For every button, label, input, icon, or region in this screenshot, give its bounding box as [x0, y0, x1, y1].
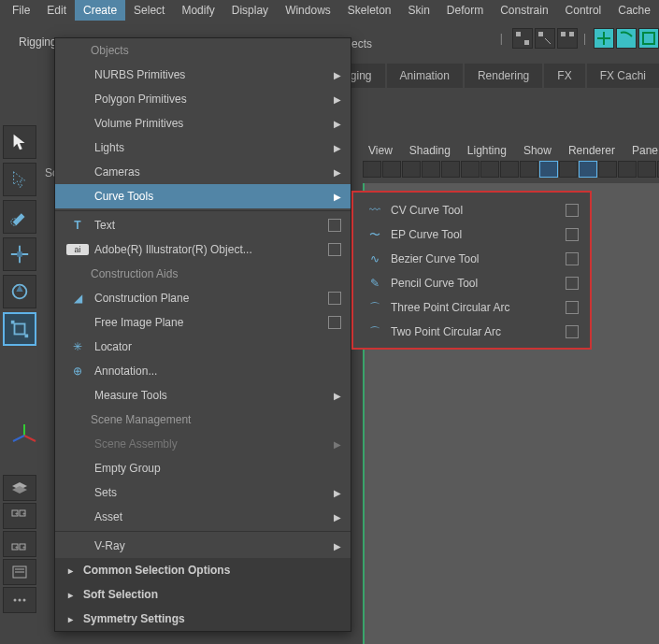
viewport-icon[interactable]	[363, 161, 381, 178]
menu-item-free-image-plane[interactable]: Free Image Plane	[55, 310, 351, 335]
menu-item-annotation[interactable]: ⊕Annotation...	[55, 359, 351, 383]
menu-skeleton[interactable]: Skeleton	[339, 0, 400, 21]
submenu-ep-curve-tool[interactable]: 〜EP Curve Tool	[355, 222, 588, 247]
options-box-icon[interactable]	[566, 228, 579, 241]
options-box-icon[interactable]	[566, 204, 579, 217]
options-box-icon[interactable]	[566, 277, 579, 290]
tab-rendering[interactable]: Rendering	[465, 64, 542, 88]
mini-icon-add-top[interactable]: ++	[3, 503, 36, 529]
viewport-menu-shading[interactable]: Shading	[404, 141, 456, 160]
move-tool-icon[interactable]	[3, 237, 36, 271]
viewport-menu-renderer[interactable]: Renderer	[563, 141, 621, 160]
viewport-icon[interactable]	[402, 161, 421, 178]
submenu-bezier-curve-tool[interactable]: ∿Bezier Curve Tool	[355, 247, 588, 271]
viewport-icon[interactable]	[638, 161, 656, 178]
options-box-icon[interactable]	[566, 301, 579, 314]
viewport-icon[interactable]	[480, 161, 499, 178]
menu-control[interactable]: Control	[557, 0, 610, 21]
viewport-icon[interactable]	[520, 161, 538, 178]
tab-animation[interactable]: Animation	[387, 64, 463, 88]
submenu-three-point-arc[interactable]: ⌒Three Point Circular Arc	[355, 295, 588, 320]
menu-item-illustrator-object[interactable]: aiAdobe(R) Illustrator(R) Object...	[55, 237, 351, 262]
menu-item-vray[interactable]: V-Ray▶	[55, 534, 351, 558]
viewport-icon[interactable]	[598, 161, 617, 178]
paint-select-icon[interactable]	[3, 200, 36, 234]
viewport-icon[interactable]	[618, 161, 637, 178]
viewport-icon[interactable]	[422, 161, 440, 178]
lasso-tool-icon[interactable]	[3, 163, 36, 196]
select-tool-icon[interactable]	[3, 125, 36, 159]
menu-item-curve-tools[interactable]: Curve Tools▶	[55, 184, 351, 208]
menu-modify[interactable]: Modify	[173, 0, 222, 21]
menu-create[interactable]: Create	[75, 0, 125, 21]
viewport-icon[interactable]	[559, 161, 578, 178]
viewport-icon[interactable]	[461, 161, 480, 178]
viewport-icon[interactable]	[382, 161, 401, 178]
svg-rect-3	[561, 32, 566, 36]
menu-cache[interactable]: Cache	[609, 0, 659, 21]
menu-item-nurbs-primitives[interactable]: NURBS Primitives▶	[55, 63, 351, 87]
submenu-cv-curve-tool[interactable]: 〰CV Curve Tool	[355, 198, 588, 222]
options-box-icon[interactable]	[328, 316, 341, 329]
menu-item-measure-tools[interactable]: Measure Tools▶	[55, 383, 351, 408]
footer-symmetry-settings[interactable]: ▸Symmetry Settings	[55, 607, 351, 631]
menu-item-text[interactable]: TText	[55, 213, 351, 237]
viewport-icon[interactable]	[500, 161, 519, 178]
mini-icon-layers[interactable]	[3, 475, 36, 501]
options-box-icon[interactable]	[328, 219, 341, 232]
menu-item-cameras[interactable]: Cameras▶	[55, 160, 351, 184]
menu-item-locator[interactable]: ✳Locator	[55, 335, 351, 359]
viewport-icon[interactable]	[539, 161, 558, 178]
scale-tool-icon[interactable]	[3, 312, 36, 346]
snap-icon-2[interactable]	[535, 28, 555, 49]
menu-item-empty-group[interactable]: Empty Group	[55, 456, 351, 480]
menu-constrain[interactable]: Constrain	[492, 0, 556, 21]
viewport-menu-view[interactable]: View	[363, 141, 398, 160]
tool-icon-1[interactable]	[594, 28, 614, 49]
mini-toolbar: ++ ++	[0, 473, 39, 615]
menu-item-sets[interactable]: Sets▶	[55, 480, 351, 505]
menu-display[interactable]: Display	[223, 0, 277, 21]
viewport-menu-panels[interactable]: Pane	[626, 141, 659, 160]
menu-file[interactable]: File	[4, 0, 38, 21]
arc-icon: ⌒	[365, 324, 385, 340]
mini-icon-script[interactable]	[3, 559, 36, 585]
svg-line-14	[24, 436, 36, 441]
options-box-icon[interactable]	[328, 292, 341, 305]
menu-windows[interactable]: Windows	[277, 0, 339, 21]
viewport-menu-lighting[interactable]: Lighting	[462, 141, 512, 160]
svg-text:+: +	[22, 544, 26, 550]
svg-point-30	[19, 599, 21, 602]
menu-deform[interactable]: Deform	[438, 0, 492, 21]
tab-fx[interactable]: FX	[544, 64, 584, 88]
menu-skin[interactable]: Skin	[400, 0, 438, 21]
mini-icon-add-bottom[interactable]: ++	[3, 531, 36, 557]
tab-fxcaching[interactable]: FX Cachi	[587, 64, 659, 88]
menu-select[interactable]: Select	[125, 0, 173, 21]
submenu-two-point-arc[interactable]: ⌒Two Point Circular Arc	[355, 320, 588, 344]
mini-icon-dots[interactable]	[3, 587, 36, 613]
options-box-icon[interactable]	[566, 325, 579, 338]
menu-item-asset[interactable]: Asset▶	[55, 505, 351, 529]
tool-icon-3[interactable]	[638, 28, 659, 49]
options-box-icon[interactable]	[566, 252, 579, 265]
top-right-toolbar: | |	[500, 28, 659, 49]
submenu-pencil-curve-tool[interactable]: ✎Pencil Curve Tool	[355, 271, 588, 295]
menu-item-polygon-primitives[interactable]: Polygon Primitives▶	[55, 87, 351, 111]
viewport-icon[interactable]	[579, 161, 597, 178]
options-box-icon[interactable]	[328, 243, 341, 256]
snap-icon-3[interactable]	[557, 28, 578, 49]
footer-soft-selection[interactable]: ▸Soft Selection	[55, 582, 351, 607]
menu-item-lights[interactable]: Lights▶	[55, 136, 351, 160]
footer-common-selection-options[interactable]: ▸Common Selection Options	[55, 558, 351, 582]
svg-rect-4	[569, 32, 574, 36]
tool-icon-2[interactable]	[616, 28, 637, 49]
viewport-menu-show[interactable]: Show	[518, 141, 557, 160]
menu-item-construction-plane[interactable]: ◢Construction Plane	[55, 286, 351, 310]
snap-icon[interactable]	[512, 28, 533, 49]
menu-item-volume-primitives[interactable]: Volume Primitives▶	[55, 111, 351, 136]
rotate-tool-icon[interactable]	[3, 275, 36, 308]
viewport-icon[interactable]	[441, 161, 460, 178]
shelf-dropdown-label[interactable]: Rigging	[19, 36, 57, 49]
menu-edit[interactable]: Edit	[38, 0, 75, 21]
